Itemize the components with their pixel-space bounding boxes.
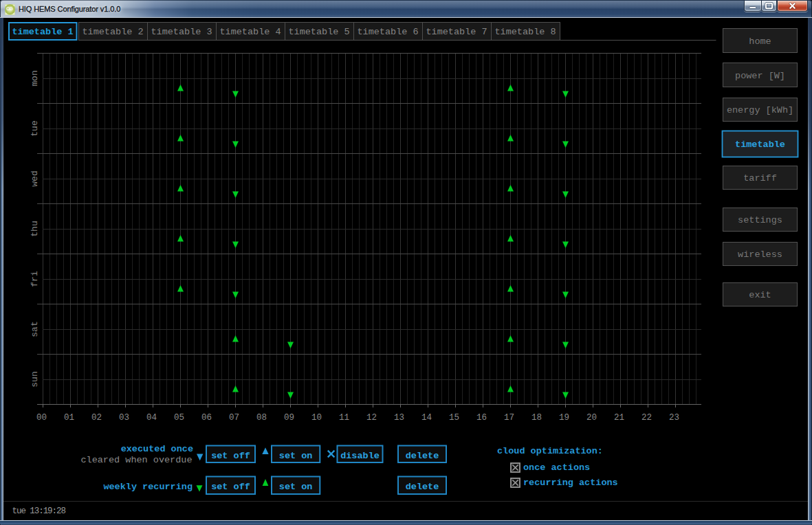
svg-text:17: 17 <box>504 413 514 423</box>
svg-text:settings: settings <box>738 215 782 225</box>
svg-text:21: 21 <box>614 413 624 423</box>
svg-text:08: 08 <box>256 413 267 423</box>
svg-text:23: 23 <box>669 413 679 423</box>
svg-text:fri: fri <box>30 271 40 287</box>
svg-text:18: 18 <box>531 413 542 423</box>
svg-text:22: 22 <box>641 413 652 423</box>
svg-text:timetable 8: timetable 8 <box>494 27 556 37</box>
svg-text:01: 01 <box>64 413 74 423</box>
svg-text:timetable 2: timetable 2 <box>82 27 143 37</box>
svg-text:11: 11 <box>339 413 349 423</box>
svg-text:wed: wed <box>30 170 40 186</box>
svg-text:wireless: wireless <box>738 249 782 260</box>
svg-text:exit: exit <box>749 290 771 300</box>
svg-text:09: 09 <box>284 413 294 423</box>
svg-text:timetable 5: timetable 5 <box>288 27 349 37</box>
svg-text:timetable 6: timetable 6 <box>357 27 418 37</box>
svg-text:power [W]: power [W] <box>735 71 785 81</box>
svg-text:02: 02 <box>91 413 102 423</box>
svg-text:set on: set on <box>279 482 313 492</box>
svg-text:13: 13 <box>394 413 404 423</box>
svg-text:06: 06 <box>201 413 212 423</box>
svg-text:timetable: timetable <box>735 139 785 150</box>
svg-text:12: 12 <box>366 413 377 423</box>
svg-text:05: 05 <box>174 413 184 423</box>
svg-text:14: 14 <box>421 413 432 423</box>
svg-text:mon: mon <box>30 70 40 86</box>
svg-text:weekly recurring: weekly recurring <box>103 482 193 492</box>
svg-text:16: 16 <box>476 413 487 423</box>
svg-text:cleared when overdue: cleared when overdue <box>80 455 192 465</box>
svg-text:thu: thu <box>30 221 40 236</box>
svg-text:tue 13:19:28: tue 13:19:28 <box>12 506 66 516</box>
svg-text:home: home <box>749 36 771 47</box>
svg-text:tue: tue <box>30 120 40 136</box>
svg-text:set off: set off <box>211 451 250 461</box>
svg-text:energy [kWh]: energy [kWh] <box>727 105 793 115</box>
svg-text:disable: disable <box>340 451 380 461</box>
svg-text:executed once: executed once <box>121 444 193 454</box>
svg-text:timetable 4: timetable 4 <box>219 27 281 37</box>
svg-text:sat: sat <box>30 321 40 337</box>
svg-text:03: 03 <box>119 413 129 423</box>
svg-text:10: 10 <box>311 413 322 423</box>
svg-text:00: 00 <box>36 413 47 423</box>
svg-text:timetable 7: timetable 7 <box>426 27 487 37</box>
svg-text:sun: sun <box>30 371 40 387</box>
svg-text:20: 20 <box>586 413 597 423</box>
svg-text:set off: set off <box>211 482 250 492</box>
svg-text:19: 19 <box>559 413 569 423</box>
svg-text:tariff: tariff <box>743 173 777 183</box>
svg-text:timetable 1: timetable 1 <box>12 27 73 37</box>
svg-text:delete: delete <box>406 451 439 461</box>
svg-text:cloud optimization:: cloud optimization: <box>497 446 603 456</box>
svg-text:set on: set on <box>279 451 313 461</box>
svg-text:timetable 3: timetable 3 <box>151 27 212 37</box>
svg-text:delete: delete <box>406 482 439 492</box>
svg-text:once actions: once actions <box>523 462 590 473</box>
svg-text:15: 15 <box>449 413 459 423</box>
svg-text:07: 07 <box>229 413 239 423</box>
svg-text:recurring actions: recurring actions <box>523 478 618 488</box>
svg-text:04: 04 <box>146 413 157 423</box>
